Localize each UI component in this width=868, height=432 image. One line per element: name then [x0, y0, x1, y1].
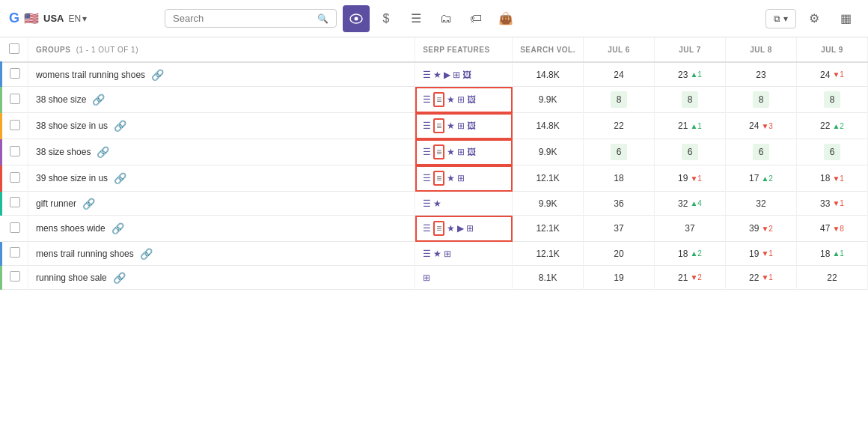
row-checkbox-cell [1, 216, 28, 242]
select-all-checkbox[interactable] [9, 43, 19, 54]
images-serp-icon: ⊞ [457, 94, 465, 105]
tag-icon: 🏷 [470, 12, 482, 25]
jul7-cell: 21 ▼2 [655, 266, 726, 290]
list-button[interactable]: ☰ [403, 5, 430, 32]
table-row: 38 size shoes 🔗 ☰≡★⊞🖼9.9K6666 [1, 139, 868, 165]
keyword-cell: womens trail running shoes 🔗 [28, 62, 415, 87]
link-icon[interactable]: 🔗 [151, 69, 164, 81]
star-serp-icon: ★ [447, 121, 455, 131]
row-checkbox[interactable] [10, 271, 20, 282]
folder-button[interactable]: 🗂 [433, 5, 459, 32]
serp-features-cell: ☰★⊞ [415, 242, 513, 266]
list2-serp-icon[interactable]: ≡ [433, 118, 444, 133]
jul9-cell: 18 ▲1 [797, 242, 868, 266]
list-icon: ☰ [411, 11, 421, 25]
jul9-cell: 22 ▲2 [797, 113, 868, 139]
svg-point-1 [355, 16, 358, 20]
row-checkbox[interactable] [10, 222, 20, 233]
tag-button[interactable]: 🏷 [462, 5, 489, 32]
list2-serp-icon[interactable]: ≡ [433, 221, 444, 236]
row-checkbox-cell [1, 192, 28, 216]
search-vol-cell: 9.9K [513, 139, 584, 165]
jul7-cell: 37 [655, 216, 726, 242]
jul8-cell: 17 ▲2 [726, 165, 797, 192]
row-checkbox[interactable] [10, 146, 20, 156]
down-arrow-icon: ▼2 [690, 273, 701, 282]
up-arrow-icon: ▲4 [690, 199, 701, 207]
table-row: gift runner 🔗 ☰★9.9K36 32 ▲4 32 33 ▼1 [1, 192, 868, 216]
jul8-cell: 19 ▼1 [726, 242, 797, 266]
keyword-cell: mens trail running shoes 🔗 [28, 242, 415, 266]
eye-button[interactable] [343, 5, 370, 32]
down-arrow-icon: ▼1 [690, 174, 701, 183]
search-vol-cell: 12.1K [513, 242, 584, 266]
jul7-header: JUL 7 [655, 37, 726, 62]
image2-serp-icon: 🖼 [467, 94, 476, 105]
serp-features-cell: ☰★ [415, 192, 513, 216]
up-arrow-icon: ▲1 [832, 249, 843, 258]
chevron-down-icon: ▾ [82, 13, 87, 24]
table-row: 39 shoe size in us 🔗 ☰≡★⊞12.1K18 19 ▼1 1… [1, 165, 868, 192]
list2-serp-icon[interactable]: ≡ [433, 144, 444, 159]
list-serp-icon: ☰ [423, 94, 431, 105]
images-serp-icon: ⊞ [466, 223, 474, 234]
copy-button[interactable]: ⧉ ▾ [765, 9, 796, 28]
select-all-header[interactable] [1, 37, 28, 62]
row-checkbox[interactable] [10, 68, 20, 79]
lang-select[interactable]: EN ▾ [68, 13, 87, 24]
jul9-cell: 6 [797, 139, 868, 165]
link-icon[interactable]: 🔗 [113, 272, 126, 284]
link-icon[interactable]: 🔗 [111, 222, 124, 234]
row-checkbox[interactable] [10, 247, 20, 258]
jul7-cell: 8 [655, 87, 726, 113]
table-row: running shoe sale 🔗 ⊞8.1K19 21 ▼2 22 ▼1 … [1, 266, 868, 290]
list2-serp-icon[interactable]: ≡ [433, 171, 444, 186]
search-box[interactable]: 🔍 [165, 9, 337, 28]
wallet-button[interactable]: 👜 [492, 5, 519, 32]
list-serp-icon: ☰ [423, 249, 431, 259]
table-row: mens trail running shoes 🔗 ☰★⊞12.1K20 18… [1, 242, 868, 266]
folder-icon: 🗂 [440, 12, 452, 25]
keyword-text: womens trail running shoes [36, 70, 145, 80]
dollar-button[interactable]: $ [373, 5, 400, 32]
row-checkbox[interactable] [10, 120, 20, 130]
header: G 🇺🇸 USA EN ▾ 🔍 $ ☰ 🗂 🏷 [0, 0, 868, 37]
copy-icon: ⧉ [774, 13, 780, 24]
link-icon[interactable]: 🔗 [82, 198, 95, 210]
star-serp-icon: ★ [447, 94, 455, 105]
filter-button[interactable]: ⚙ [801, 5, 828, 32]
link-icon[interactable]: 🔗 [97, 146, 109, 158]
keyword-text: gift runner [36, 198, 76, 209]
list2-serp-icon[interactable]: ≡ [433, 92, 444, 107]
grid-button[interactable]: ▦ [832, 5, 859, 32]
link-icon[interactable]: 🔗 [92, 94, 105, 106]
search-vol-cell: 8.1K [513, 266, 584, 290]
jul6-cell: 22 [584, 113, 655, 139]
keyword-cell: 38 size shoes 🔗 [28, 139, 415, 165]
jul8-cell: 39 ▼2 [726, 216, 797, 242]
country-selector[interactable]: G 🇺🇸 USA EN ▾ [9, 10, 159, 26]
row-checkbox[interactable] [10, 197, 20, 207]
jul6-cell: 37 [584, 216, 655, 242]
video-serp-icon: ▶ [457, 223, 464, 234]
images-serp-icon: ⊞ [457, 121, 465, 131]
up-arrow-icon: ▲1 [690, 122, 701, 130]
row-checkbox[interactable] [10, 172, 20, 183]
row-checkbox[interactable] [10, 94, 20, 104]
jul8-cell: 8 [726, 87, 797, 113]
link-icon[interactable]: 🔗 [114, 120, 126, 132]
list-serp-icon: ☰ [423, 173, 431, 183]
jul6-cell: 18 [584, 165, 655, 192]
link-icon[interactable]: 🔗 [114, 172, 126, 184]
list-serp-icon: ☰ [423, 198, 431, 209]
keyword-cell: mens shoes wide 🔗 [28, 216, 415, 242]
keyword-cell: 38 shoe size in us 🔗 [28, 113, 415, 139]
row-checkbox-cell [1, 113, 28, 139]
jul6-cell: 24 [584, 62, 655, 87]
search-input[interactable] [173, 13, 313, 24]
down-arrow-icon: ▼3 [761, 122, 772, 130]
table-row: 38 shoe size 🔗 ☰≡★⊞🖼9.9K8888 [1, 87, 868, 113]
filter-icon: ⚙ [809, 11, 819, 25]
jul6-cell: 36 [584, 192, 655, 216]
link-icon[interactable]: 🔗 [140, 248, 153, 260]
